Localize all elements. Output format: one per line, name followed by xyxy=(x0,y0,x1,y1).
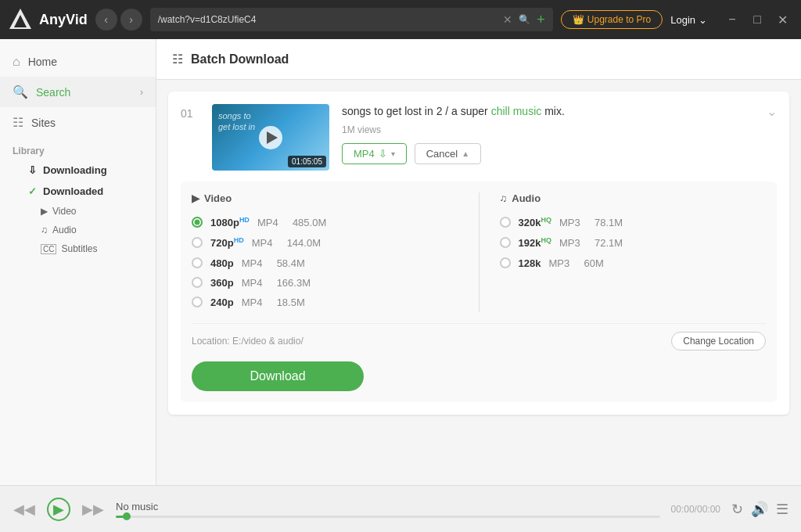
format-size-480p: 58.4M xyxy=(277,257,316,269)
close-button[interactable]: ✕ xyxy=(771,9,793,31)
format-row-1080p[interactable]: 1080pHD MP4 485.0M xyxy=(192,212,458,232)
forward-button[interactable]: › xyxy=(120,9,142,31)
format-type-320k: MP3 xyxy=(559,217,587,228)
quality-192k: 192kHQ xyxy=(519,236,551,249)
format-row-480p[interactable]: 480p MP4 58.4M xyxy=(192,253,458,273)
hq-badge-192k: HQ xyxy=(541,236,551,244)
search-icon[interactable]: 🔍 xyxy=(519,14,530,25)
login-button[interactable]: Login ⌄ xyxy=(670,14,707,26)
video-thumbnail[interactable]: songs toget lost in 01:05:05 xyxy=(212,104,329,171)
video-duration: 01:05:05 xyxy=(288,156,326,167)
format-row-720p[interactable]: 720pHD MP4 144.0M xyxy=(192,232,458,253)
sidebar-item-sites[interactable]: ☷ Sites xyxy=(0,107,156,138)
radio-720p[interactable] xyxy=(192,237,203,248)
video-actions: MP4 ⇩ ▾ Cancel ▲ xyxy=(342,143,754,164)
format-row-240p[interactable]: 240p MP4 18.5M xyxy=(192,293,458,312)
sidebar-item-subtitles[interactable]: CC Subtitles xyxy=(0,239,156,258)
audio-format-column: ♫ Audio 320kHQ MP3 78.1M xyxy=(500,192,767,312)
radio-240p[interactable] xyxy=(192,297,203,307)
video-info: songs to get lost in 2 / a super chill m… xyxy=(342,104,754,164)
thumb-text: songs toget lost in xyxy=(218,110,255,133)
playlist-button[interactable]: ☰ xyxy=(776,501,788,518)
maximize-button[interactable]: □ xyxy=(746,9,768,31)
video-title-highlight: chill music xyxy=(491,105,542,117)
format-type-128k: MP3 xyxy=(548,257,576,269)
sidebar: ⌂ Home 🔍 Search › ☷ Sites Library ⇩ Down… xyxy=(0,39,156,485)
hd-badge-720p: HD xyxy=(234,236,244,244)
play-thumb-button[interactable] xyxy=(259,126,282,149)
change-location-button[interactable]: Change Location xyxy=(671,332,766,350)
sidebar-item-audio[interactable]: ♫ Audio xyxy=(0,221,156,239)
radio-1080p[interactable] xyxy=(192,217,203,228)
player-time: 00:00/00:00 xyxy=(671,504,720,515)
video-title: songs to get lost in 2 / a super chill m… xyxy=(342,104,754,120)
format-row-128k[interactable]: 128k MP3 60M xyxy=(500,253,767,273)
prev-button[interactable]: ◀◀ xyxy=(13,498,36,521)
upgrade-button[interactable]: 👑 Upgrade to Pro xyxy=(561,10,663,29)
minimize-button[interactable]: − xyxy=(721,9,743,31)
sidebar-item-downloading[interactable]: ⇩ Downloading xyxy=(0,160,156,181)
player-controls-right: ↻ 🔊 ☰ xyxy=(731,501,788,518)
window-controls: − □ ✕ xyxy=(721,9,793,31)
progress-bar[interactable] xyxy=(116,516,660,518)
nav-arrows: ‹ › xyxy=(95,9,142,31)
expand-icon[interactable]: ⌄ xyxy=(767,104,777,119)
format-row-192k[interactable]: 192kHQ MP3 72.1M xyxy=(500,232,767,253)
radio-360p[interactable] xyxy=(192,277,203,288)
url-text: /watch?v=d1C8zUfieC4 xyxy=(158,14,497,25)
format-type-240p: MP4 xyxy=(242,297,269,308)
sidebar-item-search[interactable]: 🔍 Search › xyxy=(0,77,156,107)
check-icon: ✓ xyxy=(28,185,37,197)
back-button[interactable]: ‹ xyxy=(95,9,117,31)
cancel-label: Cancel xyxy=(426,148,458,160)
radio-192k[interactable] xyxy=(500,237,511,248)
search-label: Search xyxy=(36,86,70,99)
quality-240p: 240p xyxy=(210,297,234,308)
format-size-320k: 78.1M xyxy=(594,217,634,228)
quality-360p: 360p xyxy=(210,277,234,289)
repeat-button[interactable]: ↻ xyxy=(731,501,743,518)
progress-fill xyxy=(116,516,127,518)
mp4-label: MP4 xyxy=(354,148,375,160)
next-button[interactable]: ▶▶ xyxy=(81,498,105,521)
sidebar-item-home[interactable]: ⌂ Home xyxy=(0,47,156,77)
batch-title: Batch Download xyxy=(191,52,289,66)
format-type-480p: MP4 xyxy=(242,257,269,269)
sites-icon: ☷ xyxy=(13,115,23,130)
cancel-button[interactable]: Cancel ▲ xyxy=(415,143,481,164)
app-logo: AnyVid xyxy=(8,7,88,32)
location-bar: Location: E:/video & audio/ Change Locat… xyxy=(192,323,766,350)
format-type-192k: MP3 xyxy=(559,237,587,249)
batch-header: ☷ Batch Download xyxy=(156,39,801,80)
play-button[interactable]: ▶ xyxy=(47,498,70,521)
video-format-header: ▶ Video xyxy=(192,192,458,204)
hd-badge-1080p: HD xyxy=(239,216,250,224)
radio-480p[interactable] xyxy=(192,257,203,268)
logo-icon xyxy=(8,7,33,32)
mp4-chevron-icon: ▾ xyxy=(391,149,395,158)
format-type-360p: MP4 xyxy=(242,277,269,289)
sidebar-item-video[interactable]: ▶ Video xyxy=(0,202,156,221)
volume-button[interactable]: 🔊 xyxy=(751,501,768,518)
audio-format-label: Audio xyxy=(512,192,541,204)
format-row-320k[interactable]: 320kHQ MP3 78.1M xyxy=(500,212,767,232)
format-size-1080p: 485.0M xyxy=(293,217,332,228)
download-arrow-icon: ⇩ xyxy=(379,148,387,160)
radio-128k[interactable] xyxy=(500,257,511,268)
mp4-button[interactable]: MP4 ⇩ ▾ xyxy=(342,143,407,164)
player-title: No music xyxy=(116,501,660,512)
chevron-down-icon: ⌄ xyxy=(699,14,707,26)
format-size-720p: 144.0M xyxy=(287,237,326,249)
video-icon: ▶ xyxy=(41,206,48,217)
download-button[interactable]: Download xyxy=(192,361,364,391)
url-close-icon[interactable]: ✕ xyxy=(503,13,512,26)
subtitles-icon: CC xyxy=(41,244,56,254)
video-format-column: ▶ Video 1080pHD MP4 485.0M xyxy=(192,192,458,312)
player-bar: ◀◀ ▶ ▶▶ No music 00:00/00:00 ↻ 🔊 ☰ xyxy=(0,485,801,532)
format-row-360p[interactable]: 360p MP4 166.3M xyxy=(192,273,458,293)
url-bar: /watch?v=d1C8zUfieC4 ✕ 🔍 + xyxy=(150,8,553,31)
add-tab-icon[interactable]: + xyxy=(537,12,545,28)
radio-320k[interactable] xyxy=(500,217,511,228)
sidebar-item-downloaded[interactable]: ✓ Downloaded xyxy=(0,181,156,202)
sites-label: Sites xyxy=(31,117,56,129)
